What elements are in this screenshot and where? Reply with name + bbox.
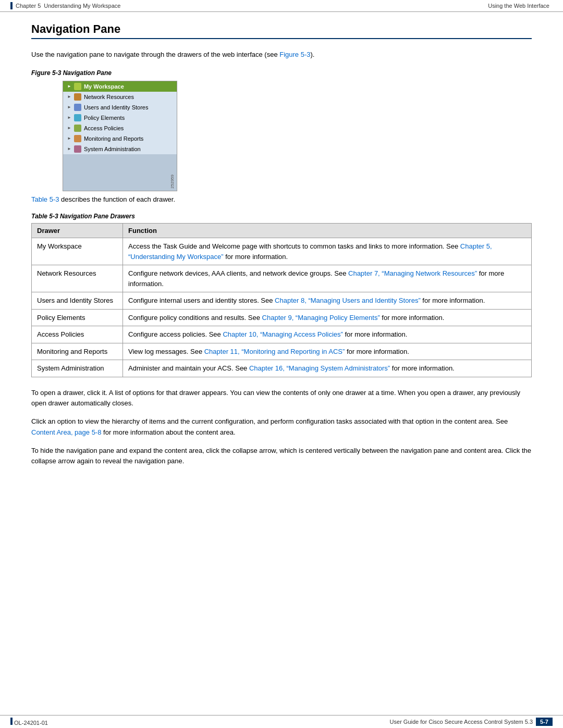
workspace-icon — [74, 83, 81, 90]
col-header-drawer: Drawer — [32, 224, 123, 238]
func-text-end: for more information. — [345, 348, 409, 355]
function-users: Configure internal users and identity st… — [123, 292, 532, 310]
nav-item-system-admin: ► System Administration — [63, 144, 177, 154]
table-row: My Workspace Access the Task Guide and W… — [32, 238, 532, 265]
table-row: System Administration Administer and mai… — [32, 360, 532, 377]
arrow-icon: ► — [67, 126, 71, 130]
bar-accent-left — [10, 2, 13, 9]
drawer-name-policy: Policy Elements — [32, 309, 123, 326]
arrow-icon: ► — [67, 94, 71, 99]
users-icon — [74, 104, 81, 111]
policy-icon — [74, 114, 81, 121]
nav-label-system-admin: System Administration — [84, 146, 141, 152]
nav-pane-bottom: 252959 — [63, 154, 177, 191]
table-ref-line: Table 5-3 describes the function of each… — [31, 194, 532, 205]
page-number: 5-7 — [536, 718, 553, 726]
main-content: Navigation Pane Use the navigation pane … — [0, 12, 563, 505]
nav-item-access-policies: ► Access Policies — [63, 123, 177, 133]
func-text-end: for more information. — [390, 364, 455, 372]
chapter7-link[interactable]: Chapter 7, “Managing Network Resources” — [348, 269, 477, 277]
func-text-end: for more information. — [380, 314, 445, 322]
col-header-function: Function — [123, 224, 532, 238]
nav-label-my-workspace: My Workspace — [84, 83, 124, 90]
monitoring-icon — [74, 135, 81, 142]
network-icon — [74, 93, 81, 101]
chapter9-link[interactable]: Chapter 9, “Managing Policy Elements” — [262, 314, 380, 322]
table-ref-text: describes the function of each drawer. — [61, 195, 175, 203]
sysadmin-icon — [74, 145, 81, 153]
bottom-bar: OL-24201-01 User Guide for Cisco Secure … — [0, 715, 563, 728]
nav-label-users-identity: Users and Identity Stores — [84, 104, 149, 110]
drawer-name-monitoring: Monitoring and Reports — [32, 343, 123, 360]
nav-label-monitoring: Monitoring and Reports — [84, 135, 143, 142]
table-row: Network Resources Configure network devi… — [32, 265, 532, 292]
top-bar-left: Chapter 5 Understanding My Workspace — [10, 2, 120, 9]
arrow-icon: ► — [67, 146, 71, 151]
content-area-link[interactable]: Content Area, page 5-8 — [31, 428, 101, 436]
function-sysadmin: Administer and maintain your ACS. See Ch… — [123, 360, 532, 377]
nav-item-my-workspace: ► My Workspace — [63, 81, 177, 92]
chapter8-link[interactable]: Chapter 8, “Managing Users and Identity … — [275, 297, 421, 304]
function-access: Configure access policies. See Chapter 1… — [123, 326, 532, 343]
chapter11-link[interactable]: Chapter 11, “Monitoring and Reporting in… — [204, 348, 345, 355]
function-monitoring: View log messages. See Chapter 11, “Moni… — [123, 343, 532, 360]
chapter-title: Understanding My Workspace — [44, 3, 120, 9]
chapter16-link[interactable]: Chapter 16, “Managing System Administrat… — [249, 364, 390, 372]
watermark: 252959 — [170, 175, 175, 189]
func-text-end: for more information. — [224, 253, 288, 261]
body-text-2a: Click an option to view the hierarchy of… — [31, 417, 508, 425]
figure-3-link[interactable]: Figure 5-3 — [279, 51, 310, 58]
table-caption: Table 5-3 Navigation Pane Drawers — [31, 213, 532, 220]
func-text-end: for more information. — [343, 330, 408, 338]
function-my-workspace: Access the Task Guide and Welcome page w… — [123, 238, 532, 265]
arrow-icon: ► — [67, 84, 71, 89]
body-para-3: To hide the navigation pane and expand t… — [31, 446, 532, 467]
function-policy: Configure policy conditions and results.… — [123, 309, 532, 326]
body-para-1: To open a drawer, click it. A list of op… — [31, 388, 532, 410]
nav-pane-figure: ► My Workspace ► Network Resources ► Use… — [63, 81, 177, 191]
body-para-2: Click an option to view the hierarchy of… — [31, 416, 532, 438]
drawer-name-sysadmin: System Administration — [32, 360, 123, 377]
access-icon — [74, 125, 81, 132]
bottom-bar-left: OL-24201-01 — [10, 718, 48, 726]
func-text-end: for more information. — [421, 297, 485, 304]
navigation-pane-table: Drawer Function My Workspace Access the … — [31, 223, 532, 377]
func-text: Configure access policies. See — [128, 330, 223, 338]
nav-label-network-resources: Network Resources — [84, 94, 134, 100]
chapter-label: Chapter 5 — [16, 3, 41, 9]
doc-number: OL-24201-01 — [14, 720, 48, 726]
table-row: Policy Elements Configure policy conditi… — [32, 309, 532, 326]
nav-label-access-policies: Access Policies — [84, 125, 124, 131]
nav-item-network-resources: ► Network Resources — [63, 92, 177, 102]
table-3-ref-link[interactable]: Table 5-3 — [31, 195, 59, 203]
body-text-2b: for more information about the content a… — [101, 428, 235, 436]
nav-item-users-identity: ► Users and Identity Stores — [63, 102, 177, 113]
page-title: Navigation Pane — [31, 22, 532, 39]
func-text: Configure policy conditions and results.… — [128, 314, 262, 322]
body-text-1: To open a drawer, click it. A list of op… — [31, 389, 520, 408]
body-text-3: To hide the navigation pane and expand t… — [31, 447, 531, 465]
nav-label-policy-elements: Policy Elements — [84, 115, 125, 121]
figure-caption: Figure 5-3 Navigation Pane — [31, 69, 532, 77]
func-text: Configure internal users and identity st… — [128, 297, 275, 304]
table-row: Monitoring and Reports View log messages… — [32, 343, 532, 360]
chapter10-link[interactable]: Chapter 10, “Managing Access Policies” — [223, 330, 343, 338]
arrow-icon: ► — [67, 105, 71, 109]
top-bar: Chapter 5 Understanding My Workspace Usi… — [0, 0, 563, 12]
func-text: Administer and maintain your ACS. See — [128, 364, 249, 372]
arrow-icon: ► — [67, 115, 71, 120]
drawer-name-users: Users and Identity Stores — [32, 292, 123, 310]
section-label: Using the Web Interface — [488, 3, 549, 9]
table-row: Access Policies Configure access policie… — [32, 326, 532, 343]
nav-item-policy-elements: ► Policy Elements — [63, 113, 177, 123]
func-text: View log messages. See — [128, 348, 204, 355]
function-network: Configure network devices, AAA clients, … — [123, 265, 532, 292]
footer-doc-title: User Guide for Cisco Secure Access Contr… — [390, 719, 533, 725]
drawer-name-my-workspace: My Workspace — [32, 238, 123, 265]
table-row: Users and Identity Stores Configure inte… — [32, 292, 532, 310]
drawer-name-network: Network Resources — [32, 265, 123, 292]
arrow-icon: ► — [67, 136, 71, 141]
drawer-name-access: Access Policies — [32, 326, 123, 343]
func-text: Configure network devices, AAA clients, … — [128, 269, 348, 277]
top-bar-right: Using the Web Interface — [488, 3, 553, 9]
